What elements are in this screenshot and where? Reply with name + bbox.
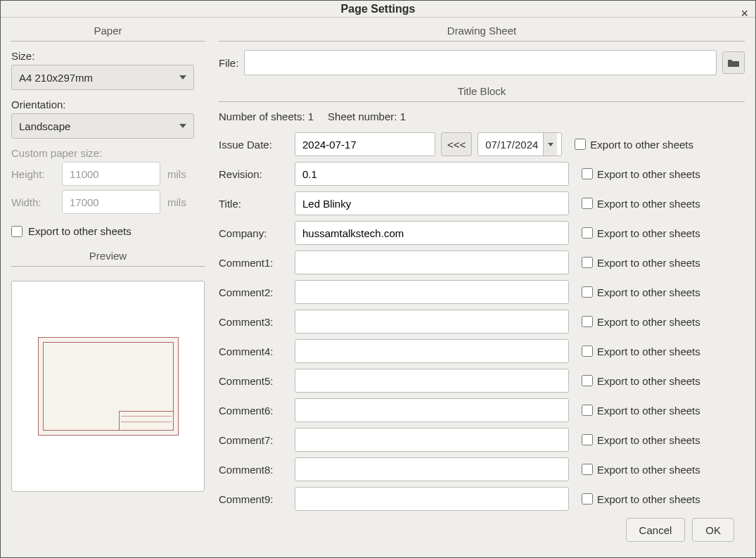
tb-field-label: Comment1: (219, 257, 289, 269)
chevron-down-icon (179, 124, 186, 128)
title-block-row: Comment2:Export to other sheets (219, 279, 745, 305)
tb-input[interactable] (295, 251, 569, 274)
tb-field-label: Title: (219, 198, 289, 210)
file-label: File: (219, 57, 238, 69)
title-block-row: Comment7:Export to other sheets (219, 426, 745, 453)
size-select[interactable]: A4 210x297mm (11, 65, 194, 90)
tb-field-label: Issue Date: (219, 139, 289, 151)
export-checkbox-row[interactable]: Export to other sheets (582, 493, 700, 505)
date-copy-button[interactable]: <<< (441, 132, 472, 156)
export-label: Export to other sheets (597, 405, 700, 417)
orientation-label: Orientation: (11, 99, 205, 110)
tb-input[interactable] (295, 221, 569, 245)
export-checkbox-row[interactable]: Export to other sheets (582, 434, 700, 446)
export-label: Export to other sheets (597, 168, 700, 180)
tb-input[interactable] (295, 369, 569, 393)
title-block-row: Comment6:Export to other sheets (219, 397, 745, 424)
export-label: Export to other sheets (597, 257, 700, 269)
cancel-button[interactable]: Cancel (626, 518, 686, 542)
export-label: Export to other sheets (597, 198, 700, 210)
export-checkbox-row[interactable]: Export to other sheets (582, 227, 700, 239)
export-checkbox-row[interactable]: Export to other sheets (582, 257, 700, 269)
export-checkbox[interactable] (582, 493, 593, 505)
export-label: Export to other sheets (597, 227, 700, 239)
chevron-down-icon (179, 75, 186, 80)
export-label: Export to other sheets (597, 464, 700, 476)
orientation-select[interactable]: Landscape (11, 113, 194, 139)
export-checkbox-row[interactable]: Export to other sheets (582, 375, 700, 387)
title-block-row: Company:Export to other sheets (219, 220, 745, 246)
issue-date-input[interactable] (295, 132, 435, 156)
page-settings-dialog: Page Settings × Paper Size: A4 210x297mm… (0, 0, 756, 558)
export-checkbox[interactable] (582, 227, 593, 239)
height-unit: mils (167, 168, 186, 180)
tb-field-label: Comment9: (219, 493, 289, 505)
export-checkbox[interactable] (582, 286, 593, 298)
tb-input[interactable] (295, 162, 569, 186)
sheet-preview (38, 337, 179, 436)
tb-input[interactable] (295, 457, 569, 481)
orientation-value: Landscape (19, 120, 70, 132)
export-checkbox-row[interactable]: Export to other sheets (582, 316, 700, 328)
tb-input[interactable] (295, 339, 569, 363)
width-label: Width: (11, 196, 55, 208)
title-block-row: Comment9:Export to other sheets (219, 486, 745, 512)
size-value: A4 210x297mm (19, 72, 93, 84)
export-checkbox[interactable] (575, 139, 586, 150)
tb-input[interactable] (295, 310, 569, 334)
sheet-number: Sheet number: 1 (328, 110, 406, 122)
title-block-row: Title:Export to other sheets (219, 190, 745, 217)
ok-button[interactable]: OK (692, 518, 734, 542)
title-block-row: Comment3:Export to other sheets (219, 308, 745, 335)
chevron-down-icon (548, 143, 553, 146)
export-checkbox-row[interactable]: Export to other sheets (575, 139, 693, 151)
paper-export-checkbox-row[interactable]: Export to other sheets (11, 225, 205, 237)
tb-field-label: Comment7: (219, 434, 289, 446)
export-checkbox[interactable] (582, 434, 593, 445)
tb-input[interactable] (295, 280, 569, 304)
height-label: Height: (11, 168, 55, 180)
export-label: Export to other sheets (590, 139, 693, 151)
date-picker-dropdown[interactable] (543, 133, 557, 156)
date-picker[interactable]: 07/17/2024 (478, 132, 562, 156)
preview-box (11, 281, 205, 492)
export-checkbox[interactable] (582, 168, 593, 179)
export-label: Export to other sheets (597, 493, 700, 505)
tb-input[interactable] (295, 191, 569, 215)
file-input[interactable] (244, 50, 717, 75)
export-checkbox-row[interactable]: Export to other sheets (582, 198, 700, 210)
export-checkbox-row[interactable]: Export to other sheets (582, 464, 700, 476)
title-block-row: Revision:Export to other sheets (219, 160, 745, 187)
export-checkbox-row[interactable]: Export to other sheets (582, 345, 700, 357)
title-block-row: Comment1:Export to other sheets (219, 249, 745, 276)
export-checkbox[interactable] (582, 345, 593, 357)
export-checkbox-row[interactable]: Export to other sheets (582, 286, 700, 298)
tb-input[interactable] (295, 398, 569, 422)
export-checkbox[interactable] (582, 375, 593, 386)
tb-field-label: Comment8: (219, 464, 289, 476)
browse-button[interactable] (722, 51, 745, 74)
export-checkbox-row[interactable]: Export to other sheets (582, 168, 700, 180)
width-unit: mils (167, 196, 186, 208)
tb-field-label: Revision: (219, 168, 289, 180)
tb-field-label: Comment5: (219, 375, 289, 387)
export-label: Export to other sheets (597, 375, 700, 387)
dialog-title: Page Settings (341, 3, 416, 15)
tb-field-label: Comment2: (219, 286, 289, 298)
export-checkbox[interactable] (582, 257, 593, 268)
tb-input[interactable] (295, 487, 569, 511)
tb-field-label: Comment3: (219, 316, 289, 328)
export-label: Export to other sheets (597, 345, 700, 357)
export-checkbox[interactable] (582, 464, 593, 475)
export-checkbox[interactable] (582, 316, 593, 327)
folder-icon (727, 58, 740, 68)
export-checkbox-row[interactable]: Export to other sheets (582, 405, 700, 417)
paper-header: Paper (11, 25, 205, 42)
export-checkbox[interactable] (582, 405, 593, 416)
export-checkbox[interactable] (582, 198, 593, 209)
size-label: Size: (11, 50, 205, 62)
paper-export-checkbox[interactable] (11, 226, 23, 237)
close-icon[interactable]: × (741, 6, 748, 21)
tb-input[interactable] (295, 428, 569, 452)
export-label: Export to other sheets (597, 434, 700, 446)
